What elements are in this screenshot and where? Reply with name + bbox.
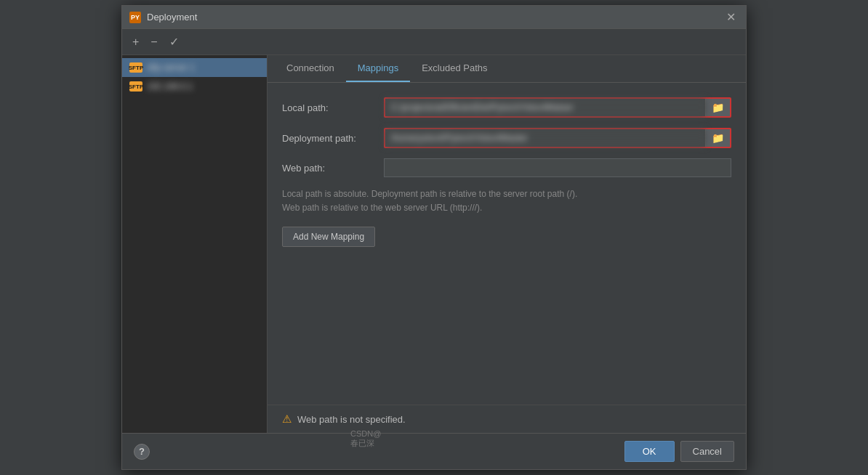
close-button[interactable]: ✕ bbox=[723, 10, 739, 24]
watermark: CSDN@春已深 bbox=[350, 429, 381, 449]
local-path-input-wrapper: 📁 bbox=[384, 97, 731, 118]
bottom-bar: ? CSDN@春已深 OK Cancel bbox=[122, 433, 746, 469]
dialog-title: Deployment bbox=[147, 12, 197, 23]
local-path-input[interactable] bbox=[385, 99, 705, 116]
sidebar-item-label-1: sftp server 1 bbox=[147, 62, 195, 73]
sftp-icon-2: SFTP bbox=[129, 81, 142, 92]
web-path-label: Web path: bbox=[282, 163, 384, 174]
deployment-path-input[interactable] bbox=[385, 129, 705, 147]
local-path-label: Local path: bbox=[282, 102, 384, 113]
deployment-path-label: Deployment path: bbox=[282, 133, 384, 144]
main-content: SFTP sftp server 1 SFTP 192.168.0.1 Conn… bbox=[122, 55, 746, 433]
warning-bar: ⚠ Web path is not specified. bbox=[268, 405, 746, 433]
add-button[interactable]: + bbox=[129, 34, 142, 50]
ok-button[interactable]: OK bbox=[624, 441, 675, 462]
local-path-row: Local path: 📁 bbox=[282, 97, 731, 118]
warning-text: Web path is not specified. bbox=[297, 414, 406, 425]
right-panel: Connection Mappings Excluded Paths Local… bbox=[268, 55, 746, 433]
sidebar-item-1[interactable]: SFTP sftp server 1 bbox=[122, 58, 267, 77]
tab-excluded-paths[interactable]: Excluded Paths bbox=[410, 55, 499, 82]
deployment-dialog: PY Deployment ✕ + − ✓ SFTP sftp server 1… bbox=[121, 5, 747, 470]
local-path-browse-button[interactable]: 📁 bbox=[705, 99, 730, 116]
deployment-path-input-wrapper: 📁 bbox=[384, 128, 731, 148]
title-bar: PY Deployment ✕ bbox=[122, 6, 746, 29]
tab-mappings[interactable]: Mappings bbox=[346, 55, 410, 82]
remove-button[interactable]: − bbox=[148, 34, 160, 50]
warning-icon: ⚠ bbox=[282, 413, 292, 426]
app-icon: PY bbox=[129, 12, 141, 23]
web-path-input[interactable] bbox=[385, 159, 731, 176]
hint-text: Local path is absolute. Deployment path … bbox=[282, 187, 731, 215]
mappings-panel: Local path: 📁 Deployment path: 📁 bbox=[268, 83, 746, 405]
deployment-path-row: Deployment path: 📁 bbox=[282, 128, 731, 148]
sidebar: SFTP sftp server 1 SFTP 192.168.0.1 bbox=[122, 55, 268, 433]
help-button[interactable]: ? bbox=[134, 444, 150, 460]
cancel-button[interactable]: Cancel bbox=[680, 441, 734, 462]
sftp-icon-1: SFTP bbox=[129, 62, 142, 73]
tab-bar: Connection Mappings Excluded Paths bbox=[268, 55, 746, 83]
action-buttons: OK Cancel bbox=[624, 441, 734, 462]
check-button[interactable]: ✓ bbox=[166, 33, 182, 50]
web-path-input-wrapper bbox=[384, 158, 731, 177]
web-path-row: Web path: bbox=[282, 158, 731, 177]
deployment-path-browse-button[interactable]: 📁 bbox=[705, 129, 730, 147]
add-new-mapping-button[interactable]: Add New Mapping bbox=[282, 227, 375, 247]
sidebar-item-2[interactable]: SFTP 192.168.0.1 bbox=[122, 77, 267, 96]
tab-connection[interactable]: Connection bbox=[275, 55, 346, 82]
toolbar: + − ✓ bbox=[122, 29, 746, 55]
sidebar-item-label-2: 192.168.0.1 bbox=[147, 81, 193, 92]
